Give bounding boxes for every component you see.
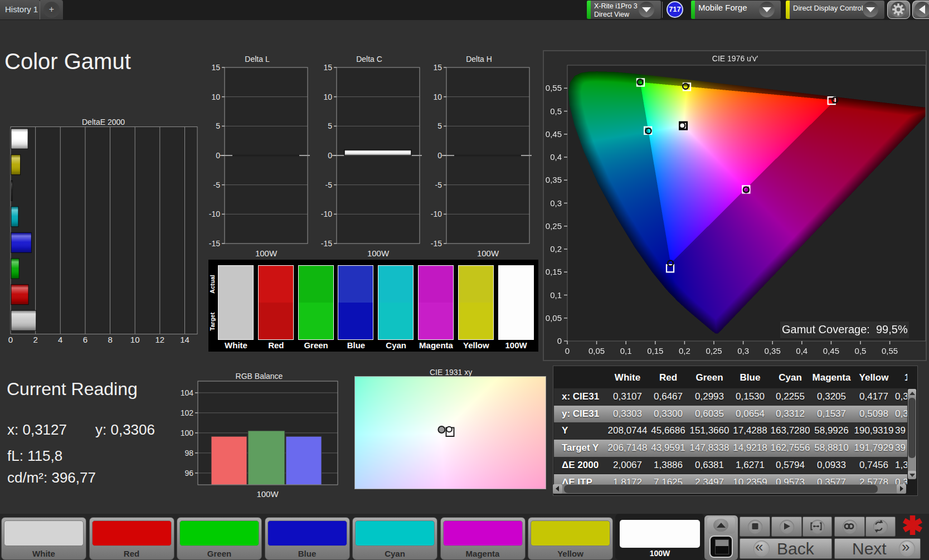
svg-text:0: 0 bbox=[557, 336, 562, 345]
svg-text:Delta H: Delta H bbox=[466, 55, 492, 64]
svg-text:100W: 100W bbox=[367, 249, 390, 258]
svg-text:-15: -15 bbox=[431, 239, 442, 248]
svg-text:0,1: 0,1 bbox=[550, 290, 562, 300]
svg-text:10: 10 bbox=[323, 92, 332, 101]
svg-text:0,2: 0,2 bbox=[679, 346, 690, 356]
svg-text:RGB Balance: RGB Balance bbox=[236, 372, 283, 381]
svg-text:0,5: 0,5 bbox=[550, 106, 562, 116]
svg-text:5: 5 bbox=[437, 121, 442, 130]
svg-text:0,55: 0,55 bbox=[546, 83, 562, 92]
svg-text:104: 104 bbox=[181, 388, 194, 397]
svg-text:100W: 100W bbox=[477, 249, 499, 258]
svg-text:15: 15 bbox=[433, 63, 442, 72]
svg-text:0,55: 0,55 bbox=[882, 346, 898, 356]
svg-text:4: 4 bbox=[58, 335, 62, 344]
svg-text:-15: -15 bbox=[209, 239, 220, 248]
svg-text:5: 5 bbox=[216, 121, 220, 130]
svg-text:12: 12 bbox=[155, 335, 164, 344]
svg-text:0,2: 0,2 bbox=[550, 244, 562, 254]
svg-text:-5: -5 bbox=[325, 181, 333, 189]
svg-text:2: 2 bbox=[33, 335, 37, 344]
svg-text:0,1: 0,1 bbox=[620, 346, 632, 356]
svg-text:0,5: 0,5 bbox=[855, 346, 867, 356]
svg-text:0: 0 bbox=[437, 151, 442, 160]
svg-text:0,25: 0,25 bbox=[546, 221, 562, 231]
svg-text:0,25: 0,25 bbox=[706, 346, 722, 356]
svg-text:0: 0 bbox=[565, 346, 570, 356]
svg-text:CIE 1976 u'v': CIE 1976 u'v' bbox=[712, 54, 758, 63]
svg-text:15: 15 bbox=[323, 63, 332, 72]
svg-text:98: 98 bbox=[184, 449, 193, 457]
svg-text:10: 10 bbox=[130, 335, 140, 344]
svg-text:100W: 100W bbox=[255, 249, 278, 258]
svg-text:-15: -15 bbox=[321, 239, 332, 248]
svg-text:0: 0 bbox=[8, 335, 13, 344]
svg-text:14: 14 bbox=[180, 335, 189, 344]
svg-text:6: 6 bbox=[83, 335, 87, 344]
svg-text:Gamut Coverage: 99,5%: Gamut Coverage: 99,5% bbox=[782, 323, 908, 335]
svg-text:-5: -5 bbox=[435, 181, 442, 189]
svg-text:0,15: 0,15 bbox=[546, 267, 562, 276]
svg-text:0,45: 0,45 bbox=[823, 346, 839, 356]
svg-text:-10: -10 bbox=[209, 210, 220, 218]
svg-text:10: 10 bbox=[211, 92, 220, 101]
svg-text:-10: -10 bbox=[431, 210, 442, 218]
svg-text:0,4: 0,4 bbox=[796, 346, 808, 356]
svg-text:8: 8 bbox=[108, 335, 112, 344]
svg-text:0,3: 0,3 bbox=[550, 198, 562, 208]
svg-text:0,05: 0,05 bbox=[546, 313, 562, 323]
svg-text:10: 10 bbox=[433, 92, 442, 101]
svg-text:100: 100 bbox=[181, 428, 194, 437]
svg-text:-5: -5 bbox=[213, 181, 221, 189]
svg-text:0,45: 0,45 bbox=[546, 129, 562, 139]
svg-text:0,05: 0,05 bbox=[588, 346, 605, 356]
svg-text:Delta L: Delta L bbox=[245, 55, 270, 64]
svg-text:0,4: 0,4 bbox=[550, 152, 562, 162]
svg-text:100W: 100W bbox=[256, 489, 279, 499]
svg-text:-10: -10 bbox=[321, 210, 332, 218]
svg-text:0,35: 0,35 bbox=[546, 175, 562, 184]
svg-text:102: 102 bbox=[181, 408, 194, 417]
svg-text:96: 96 bbox=[184, 469, 193, 478]
svg-text:0,3: 0,3 bbox=[737, 346, 749, 356]
svg-text:Delta C: Delta C bbox=[356, 55, 382, 64]
svg-text:0: 0 bbox=[216, 151, 220, 160]
svg-text:15: 15 bbox=[211, 63, 220, 72]
svg-text:0,35: 0,35 bbox=[765, 346, 781, 356]
svg-text:0: 0 bbox=[328, 151, 332, 160]
svg-text:5: 5 bbox=[328, 121, 332, 130]
svg-text:0,15: 0,15 bbox=[647, 346, 663, 356]
